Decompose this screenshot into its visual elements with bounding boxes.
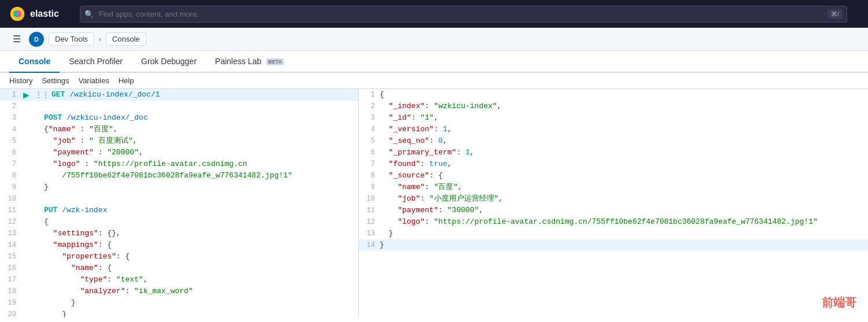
output-line-8: 8 "_source": { — [359, 170, 868, 182]
output-line-10: 10 "job": "小度用户运营经理", — [359, 193, 868, 205]
output-line-11: 11 "payment": "30000", — [359, 205, 868, 216]
copy-button[interactable]: ⋮⋮ — [33, 91, 52, 99]
svg-point-0 — [10, 7, 25, 21]
hamburger-button[interactable]: ☰ — [9, 31, 24, 47]
editor-line-20: 20 } — [0, 309, 358, 317]
editor-line-10: 10 — [0, 193, 358, 205]
elastic-logo-icon — [9, 6, 25, 22]
editor-line-19: 19 } — [0, 297, 358, 309]
editor-line-1: 1 ▶ ⋮⋮ GET /wzkicu-index/_doc/1 — [0, 89, 358, 101]
editor-line-12: 12 { — [0, 216, 358, 228]
editor-line-14: 14 "mappings": { — [0, 239, 358, 251]
editor-line-2: 2 — [0, 101, 358, 112]
tab-console[interactable]: Console — [9, 51, 60, 73]
shortcut-badge: ⌘/ — [827, 9, 843, 19]
global-search-bar[interactable]: 🔍 ⌘/ — [80, 6, 847, 23]
output-line-2: 2 "_index": "wzkicu-index", — [359, 101, 868, 112]
editor-line-7: 7 "logo" : "https://profile-avatar.csdni… — [0, 158, 358, 170]
logo-text: elastic — [30, 9, 59, 19]
tab-grok-debugger[interactable]: Grok Debugger — [132, 51, 206, 73]
output-line-14: 14 } — [359, 239, 868, 251]
variables-button[interactable]: Variables — [78, 75, 109, 86]
breadcrumb-console: Console — [106, 32, 146, 46]
editor-area: 1 ▶ ⋮⋮ GET /wzkicu-index/_doc/1 2 3 POST… — [0, 89, 868, 317]
output-line-6: 6 "_primary_term": 1, — [359, 147, 868, 158]
settings-button[interactable]: Settings — [42, 75, 69, 86]
top-navigation: elastic 🔍 ⌘/ — [0, 0, 868, 28]
output-line-4: 4 "_version": 1, — [359, 124, 868, 135]
breadcrumb-devtools[interactable]: Dev Tools — [49, 32, 94, 46]
editor-line-9: 9 } — [0, 182, 358, 193]
output-line-5: 5 "_seq_no": 0, — [359, 135, 868, 147]
editor-line-15: 15 "properties": { — [0, 251, 358, 262]
breadcrumb-separator: › — [99, 35, 101, 43]
output-line-1: 1 { — [359, 89, 868, 101]
tab-search-profiler[interactable]: Search Profiler — [60, 51, 132, 73]
editor-line-4: 4 {"name" : "百度", — [0, 124, 358, 135]
editor-line-13: 13 "settings": {}, — [0, 228, 358, 239]
output-line-13: 13 } — [359, 228, 868, 239]
editor-line-6: 6 "payment" : "20000", — [0, 147, 358, 158]
tabs-bar: Console Search Profiler Grok Debugger Pa… — [0, 51, 868, 73]
editor-line-11: 11 PUT /wzk-index — [0, 205, 358, 216]
sub-navigation: ☰ D Dev Tools › Console — [0, 28, 868, 51]
help-button[interactable]: Help — [119, 75, 134, 86]
output-line-3: 3 "_id": "1", — [359, 112, 868, 124]
editor-line-5: 5 "job" : " 百度测试", — [0, 135, 358, 147]
search-icon: 🔍 — [84, 10, 94, 18]
elastic-logo[interactable]: elastic — [9, 6, 59, 22]
toolbar: History Settings Variables Help — [0, 73, 868, 89]
history-button[interactable]: History — [9, 75, 32, 86]
user-avatar[interactable]: D — [29, 32, 44, 47]
tab-painless-lab[interactable]: Painless Lab BETA — [206, 51, 294, 73]
global-search-input[interactable] — [80, 6, 847, 23]
editor-line-8: 8 /755ff10be62f4e7081bc36028fa9eafe_w776… — [0, 170, 358, 182]
editor-line-17: 17 "type": "text", — [0, 274, 358, 286]
editor-line-3: 3 POST /wzkicu-index/_doc — [0, 112, 358, 124]
run-button[interactable]: ▶ — [21, 90, 32, 99]
output-line-12: 12 "logo": "https://profile-avatar.csdni… — [359, 216, 868, 228]
beta-badge: BETA — [266, 58, 285, 65]
output-line-9: 9 "name": "百度", — [359, 182, 868, 193]
output-panel: 1 { 2 "_index": "wzkicu-index", 3 "_id":… — [359, 89, 868, 317]
editor-line-16: 16 "name": { — [0, 262, 358, 274]
editor-line-18: 18 "analyzer": "ik_max_word" — [0, 286, 358, 297]
code-editor[interactable]: 1 ▶ ⋮⋮ GET /wzkicu-index/_doc/1 2 3 POST… — [0, 89, 359, 317]
output-line-7: 7 "found": true, — [359, 158, 868, 170]
